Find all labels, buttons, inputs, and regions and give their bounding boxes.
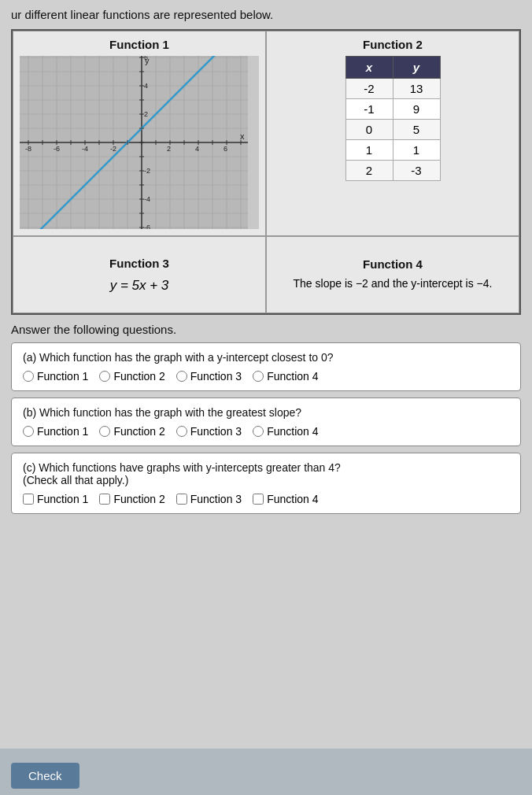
table-cell: 1 <box>345 140 393 161</box>
question-b-options: Function 1Function 2Function 3Function 4 <box>23 425 509 438</box>
question-c-input-1[interactable] <box>23 494 34 505</box>
table-cell: 9 <box>393 99 440 120</box>
question-b-option-3[interactable]: Function 3 <box>176 425 242 438</box>
function2-title: Function 2 <box>273 38 512 51</box>
question-b-option-2[interactable]: Function 2 <box>99 425 164 438</box>
table-cell: 5 <box>393 120 440 140</box>
question-c-input-2[interactable] <box>99 494 110 505</box>
question-c-text: (c) Which functions have graphs with y-i… <box>23 461 509 486</box>
question-a-input-1[interactable] <box>23 371 34 382</box>
function4-content: Function 4 The slope is −2 and the y-int… <box>273 243 512 306</box>
question-b-input-2[interactable] <box>99 426 110 437</box>
question-c-option-label-3: Function 3 <box>190 493 242 505</box>
question-b-input-3[interactable] <box>176 426 187 437</box>
function4-title: Function 4 <box>363 257 423 271</box>
table-cell: -3 <box>393 161 440 181</box>
question-c-options: Function 1Function 2Function 3Function 4 <box>23 493 509 505</box>
table-cell: 13 <box>393 79 440 99</box>
table-cell: 0 <box>345 120 393 140</box>
question-a-option-3[interactable]: Function 3 <box>176 370 242 383</box>
question-c-option-3[interactable]: Function 3 <box>176 493 242 505</box>
col-x-header: x <box>345 57 393 79</box>
function2-cell: Function 2 x y -213-1905112-3 <box>266 31 519 236</box>
question-c-option-label-1: Function 1 <box>37 493 88 505</box>
check-button[interactable]: Check <box>11 763 79 789</box>
table-cell: 1 <box>393 140 440 161</box>
question-c-option-label-4: Function 4 <box>267 493 318 505</box>
question-c-option-4[interactable]: Function 4 <box>253 493 318 505</box>
function1-graph <box>20 56 259 229</box>
question-a-option-label-3: Function 3 <box>190 370 242 383</box>
question-a-options: Function 1Function 2Function 3Function 4 <box>23 370 509 383</box>
table-cell: 2 <box>345 161 393 181</box>
questions-container: (a) Which function has the graph with a … <box>11 342 521 514</box>
question-a-option-label-2: Function 2 <box>113 370 164 383</box>
question-b-box: (b) Which function has the graph with th… <box>11 398 521 446</box>
question-b-option-label-4: Function 4 <box>267 425 318 438</box>
question-b-option-label-2: Function 2 <box>113 425 164 438</box>
question-c-option-1[interactable]: Function 1 <box>23 493 88 505</box>
question-a-option-1[interactable]: Function 1 <box>23 370 88 383</box>
intro-text: ur different linear functions are repres… <box>11 8 521 21</box>
question-b-option-4[interactable]: Function 4 <box>253 425 318 438</box>
function3-content: Function 3 y = 5x + 3 <box>20 243 259 306</box>
question-a-input-3[interactable] <box>176 371 187 382</box>
table-cell: -1 <box>345 99 393 120</box>
question-a-input-2[interactable] <box>99 371 110 382</box>
bottom-bar: Check <box>0 749 532 795</box>
question-a-input-4[interactable] <box>253 371 264 382</box>
question-b-input-4[interactable] <box>253 426 264 437</box>
question-c-option-label-2: Function 2 <box>113 493 164 505</box>
function2-table: x y -213-1905112-3 <box>345 56 441 181</box>
question-c-option-2[interactable]: Function 2 <box>99 493 164 505</box>
question-a-text: (a) Which function has the graph with a … <box>23 351 509 364</box>
function1-title: Function 1 <box>20 38 259 51</box>
question-b-option-1[interactable]: Function 1 <box>23 425 88 438</box>
col-y-header: y <box>393 57 440 79</box>
questions-label: Answer the following questions. <box>11 323 521 336</box>
function2-table-wrapper: x y -213-1905112-3 <box>273 56 512 181</box>
functions-grid: Function 1 Function 2 x y -213-1905112-3… <box>11 29 521 315</box>
question-a-option-4[interactable]: Function 4 <box>253 370 318 383</box>
question-c-input-4[interactable] <box>253 494 264 505</box>
question-b-text: (b) Which function has the graph with th… <box>23 406 509 419</box>
question-b-input-1[interactable] <box>23 426 34 437</box>
function4-description: The slope is −2 and the y-intercept is −… <box>294 275 493 292</box>
question-c-box: (c) Which functions have graphs with y-i… <box>11 453 521 514</box>
question-c-input-3[interactable] <box>176 494 187 505</box>
question-a-option-label-4: Function 4 <box>267 370 318 383</box>
question-a-option-label-1: Function 1 <box>37 370 88 383</box>
function3-title: Function 3 <box>109 257 169 270</box>
function3-equation: y = 5x + 3 <box>110 278 169 294</box>
question-a-option-2[interactable]: Function 2 <box>99 370 164 383</box>
question-a-box: (a) Which function has the graph with a … <box>11 342 521 391</box>
function3-cell: Function 3 y = 5x + 3 <box>13 236 266 313</box>
table-cell: -2 <box>345 79 393 99</box>
function1-cell: Function 1 <box>13 31 266 236</box>
question-b-option-label-3: Function 3 <box>190 425 242 438</box>
question-b-option-label-1: Function 1 <box>37 425 88 438</box>
function4-cell: Function 4 The slope is −2 and the y-int… <box>266 236 519 313</box>
